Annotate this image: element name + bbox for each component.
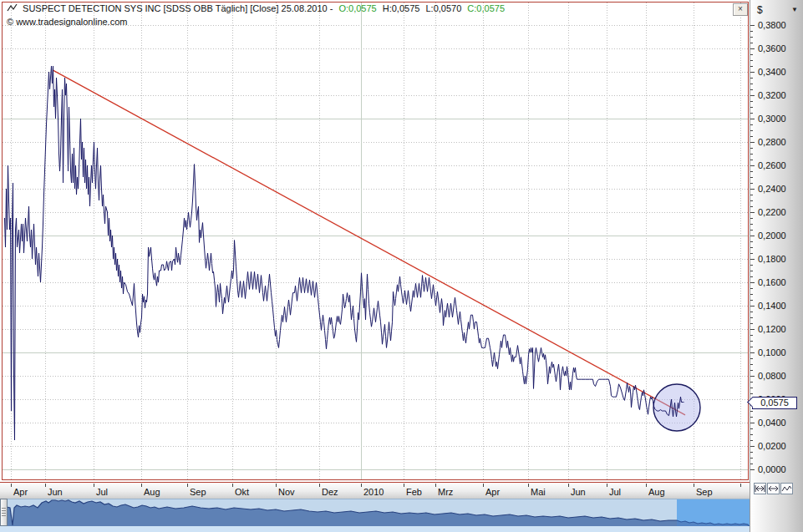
x-axis-tick bbox=[483, 484, 484, 487]
instrument-title: SUSPECT DETECTION SYS INC [SDSS OBB Tägl… bbox=[23, 3, 333, 13]
x-axis-label: Aug bbox=[648, 487, 665, 497]
y-axis-minor-tick bbox=[750, 101, 753, 102]
chart-pane[interactable]: SUSPECT DETECTION SYS INC [SDSS OBB Tägl… bbox=[0, 0, 750, 482]
x-axis-tick bbox=[404, 484, 404, 487]
y-axis-minor-tick bbox=[750, 347, 753, 347]
y-axis-tick bbox=[750, 236, 755, 236]
x-axis-tick bbox=[740, 484, 741, 487]
trendline[interactable] bbox=[53, 70, 685, 415]
x-axis-label: Sep bbox=[190, 487, 206, 497]
y-axis-minor-tick bbox=[750, 66, 753, 67]
y-axis-tick bbox=[750, 329, 755, 330]
x-axis-label: Mai bbox=[531, 487, 546, 497]
price-line[interactable] bbox=[5, 66, 684, 440]
y-axis-minor-tick bbox=[750, 464, 753, 464]
y-axis-label: 0,3400 bbox=[758, 67, 786, 77]
y-axis-minor-tick bbox=[750, 107, 753, 108]
y-axis-minor-tick bbox=[750, 300, 753, 301]
x-axis-label: Nov bbox=[278, 487, 295, 497]
price-axis-panel[interactable]: $ ▼ 0,38000,36000,34000,32000,30000,2800… bbox=[750, 0, 803, 532]
pan-horizontal-button[interactable] bbox=[767, 483, 780, 494]
axis-toolbar bbox=[754, 483, 793, 494]
y-axis-minor-tick bbox=[750, 247, 753, 248]
y-axis-minor-tick bbox=[750, 434, 753, 435]
y-axis-tick bbox=[750, 376, 755, 377]
zoom-horizontal-button[interactable] bbox=[754, 483, 766, 494]
y-axis-minor-tick bbox=[750, 265, 753, 266]
y-axis-minor-tick bbox=[750, 54, 753, 55]
chart-line-icon bbox=[7, 3, 21, 13]
y-axis-tick bbox=[750, 212, 755, 213]
y-axis-label: 0,0200 bbox=[758, 441, 786, 451]
x-axis-label: Feb bbox=[406, 487, 422, 497]
y-axis-minor-tick bbox=[750, 417, 753, 418]
highlight-circle-annotation[interactable] bbox=[653, 384, 700, 431]
y-axis-minor-tick bbox=[750, 341, 753, 342]
navigator-handle[interactable] bbox=[0, 499, 8, 526]
y-axis-tick bbox=[750, 423, 755, 423]
navigator-area[interactable] bbox=[0, 500, 750, 527]
chart-title-bar: SUSPECT DETECTION SYS INC [SDSS OBB Tägl… bbox=[7, 3, 508, 14]
y-axis-label: 0,3600 bbox=[758, 43, 786, 53]
y-axis-minor-tick bbox=[750, 37, 753, 38]
y-axis-minor-tick bbox=[750, 271, 753, 271]
y-axis-label: 0,1600 bbox=[758, 277, 786, 287]
x-axis-tick bbox=[45, 484, 46, 487]
y-axis-tick bbox=[750, 282, 755, 283]
y-axis-minor-tick bbox=[750, 206, 753, 207]
y-axis-minor-tick bbox=[750, 312, 753, 312]
open-value: O:0,0575 bbox=[338, 3, 376, 13]
line-chart-button[interactable] bbox=[780, 483, 793, 494]
navigator[interactable] bbox=[0, 499, 750, 527]
y-axis-minor-tick bbox=[750, 89, 753, 90]
y-axis-minor-tick bbox=[750, 160, 753, 160]
last-price-tag: 0,0575 bbox=[752, 397, 797, 409]
x-axis-tick bbox=[528, 484, 529, 487]
y-axis-minor-tick bbox=[750, 183, 753, 184]
y-axis-minor-tick bbox=[750, 253, 753, 254]
time-axis[interactable]: AprJunJulAugSepOktNovDez2010FebMrzAprMai… bbox=[0, 482, 750, 499]
currency-label: $ bbox=[757, 4, 763, 16]
y-axis-minor-tick bbox=[750, 154, 753, 155]
y-axis-label: 0,3000 bbox=[758, 114, 786, 124]
x-axis-label: Apr bbox=[485, 487, 500, 497]
y-axis-minor-tick bbox=[750, 458, 753, 459]
x-axis-tick bbox=[607, 484, 607, 487]
y-axis-minor-tick bbox=[750, 364, 753, 365]
y-axis-minor-tick bbox=[750, 388, 753, 388]
y-axis-minor-tick bbox=[750, 276, 753, 277]
y-axis-minor-tick bbox=[750, 43, 753, 43]
arrows-left-right-bounded-icon bbox=[755, 484, 765, 493]
close-icon[interactable]: × bbox=[733, 3, 748, 16]
y-axis-minor-tick bbox=[750, 358, 753, 359]
y-axis-minor-tick bbox=[750, 148, 753, 149]
chevron-down-icon[interactable]: ▼ bbox=[791, 6, 798, 13]
y-axis-label: 0,3200 bbox=[758, 90, 786, 100]
y-axis-minor-tick bbox=[750, 136, 753, 137]
y-axis-minor-tick bbox=[750, 411, 753, 412]
x-axis-label: Mrz bbox=[438, 487, 453, 497]
grip-lines-icon bbox=[2, 508, 6, 518]
y-axis-tick bbox=[750, 446, 755, 447]
y-axis-minor-tick bbox=[750, 124, 753, 125]
y-axis-minor-tick bbox=[750, 130, 753, 131]
y-axis-tick bbox=[750, 95, 755, 96]
x-axis-label: Aug bbox=[144, 487, 160, 497]
x-axis-label: Jun bbox=[571, 487, 586, 497]
x-axis-tick bbox=[319, 484, 320, 487]
y-axis-label: 0,2800 bbox=[758, 137, 786, 147]
y-axis-minor-tick bbox=[750, 393, 753, 394]
y-axis-label: 0,1400 bbox=[758, 301, 786, 311]
x-axis-tick bbox=[94, 484, 94, 487]
x-axis-tick bbox=[646, 484, 647, 487]
navigator-bright-overlay bbox=[677, 499, 750, 527]
y-axis-minor-tick bbox=[750, 78, 753, 79]
bottom-strip bbox=[0, 526, 750, 532]
watermark: © www.tradesignalonline.com bbox=[7, 17, 127, 27]
y-axis-minor-tick bbox=[750, 382, 753, 383]
y-axis-minor-tick bbox=[750, 230, 753, 231]
y-axis-label: 0,2600 bbox=[758, 160, 786, 170]
x-axis-label: Dez bbox=[322, 487, 338, 497]
y-axis-tick bbox=[750, 119, 755, 119]
y-axis-tick bbox=[750, 469, 755, 470]
